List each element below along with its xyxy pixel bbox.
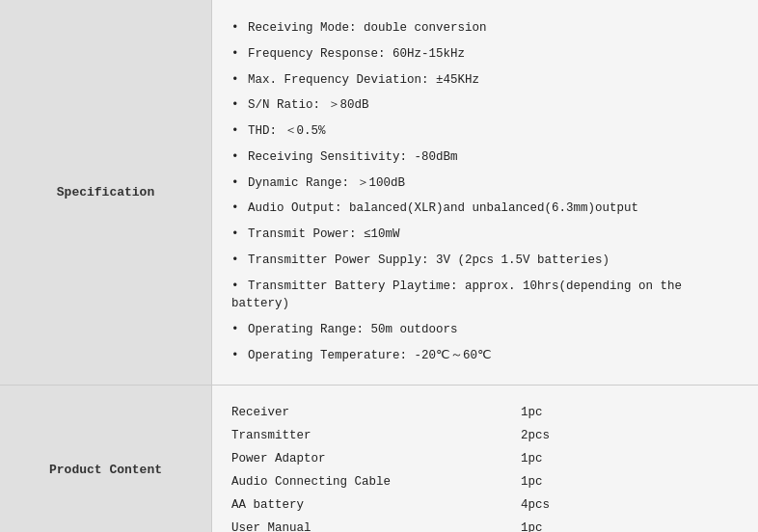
spec-item: Frequency Response: 60Hz-15kHz <box>231 41 739 67</box>
spec-item: Transmitter Battery Playtime: approx. 10… <box>231 274 739 318</box>
spec-item: Audio Output: balanced(XLR)and unbalance… <box>231 196 739 222</box>
product-name: User Manual <box>231 521 521 533</box>
specification-row: Specification Receiving Mode: double con… <box>0 0 758 386</box>
spec-item: THD: ＜0.5% <box>231 119 739 145</box>
list-item: Receiver1pc <box>231 401 739 424</box>
spec-item: Operating Temperature: -20℃～60℃ <box>231 343 739 369</box>
specification-label: Specification <box>0 0 212 385</box>
product-name: Power Adaptor <box>231 452 521 466</box>
spec-item: Transmit Power: ≤10mW <box>231 222 739 248</box>
product-qty: 1pc <box>521 452 598 466</box>
product-content-row: Product Content Receiver1pcTransmitter2p… <box>0 386 758 533</box>
spec-item: Max. Frequency Deviation: ±45KHz <box>231 67 739 93</box>
spec-item: Operating Range: 50m outdoors <box>231 317 739 343</box>
product-name: Receiver <box>231 406 521 419</box>
product-name: Transmitter <box>231 429 521 442</box>
spec-item: Receiving Sensitivity: -80dBm <box>231 145 739 171</box>
list-item: Power Adaptor1pc <box>231 447 739 470</box>
spec-item: Dynamic Range: ＞100dB <box>231 171 739 197</box>
spec-item: Transmitter Power Supply: 3V (2pcs 1.5V … <box>231 248 739 274</box>
product-name: Audio Connecting Cable <box>231 475 521 489</box>
product-qty: 1pc <box>521 475 598 489</box>
product-qty: 4pcs <box>521 498 598 512</box>
spec-item: Receiving Mode: double conversion <box>231 15 739 41</box>
list-item: Audio Connecting Cable1pc <box>231 470 739 493</box>
product-content-content: Receiver1pcTransmitter2pcsPower Adaptor1… <box>212 386 758 533</box>
list-item: Transmitter2pcs <box>231 424 739 447</box>
spec-item: S/N Ratio: ＞80dB <box>231 93 739 119</box>
product-content-title: Product Content <box>49 463 162 477</box>
product-qty: 2pcs <box>521 429 598 442</box>
product-content-label: Product Content <box>0 386 212 533</box>
product-name: AA battery <box>231 498 521 512</box>
specification-title: Specification <box>57 185 154 200</box>
list-item: AA battery4pcs <box>231 493 739 517</box>
list-item: User Manual1pc <box>231 517 739 533</box>
product-content-table: Receiver1pcTransmitter2pcsPower Adaptor1… <box>231 401 739 533</box>
specification-content: Receiving Mode: double conversionFrequen… <box>212 0 758 385</box>
specification-list: Receiving Mode: double conversionFrequen… <box>231 15 739 369</box>
product-qty: 1pc <box>521 521 598 533</box>
product-qty: 1pc <box>521 406 598 419</box>
